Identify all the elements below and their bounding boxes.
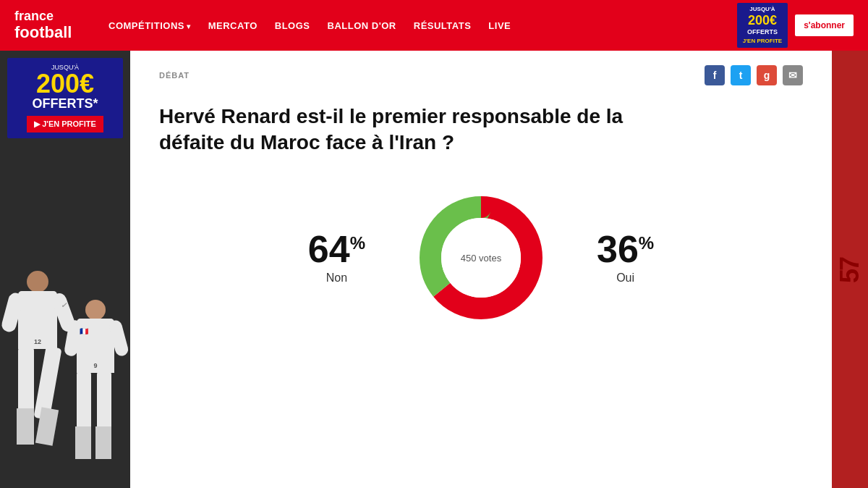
site-header: france football COMPÉTITIONS MERCATO BLO…: [0, 0, 868, 51]
sidebar-promo-banner[interactable]: JUSQU'À 200€ OFFERTS* ▶ J'EN PROFITE: [7, 58, 123, 138]
sidebar-cta-button[interactable]: ▶ J'EN PROFITE: [27, 116, 103, 132]
poll-area: 64% Non 450 votes: [159, 185, 803, 330]
section-label: DÉBAT: [159, 71, 190, 80]
nav-resultats[interactable]: RÉSULTATS: [414, 20, 472, 31]
main-layout: JUSQU'À 200€ OFFERTS* ▶ J'EN PROFITE 12: [0, 51, 868, 488]
promo-amount: 200€: [743, 13, 782, 29]
nav-ballon-dor[interactable]: BALLON D'OR: [328, 20, 396, 31]
site-logo[interactable]: france football: [14, 9, 87, 41]
vote-oui-label: Oui: [597, 272, 654, 285]
share-facebook-button[interactable]: f: [705, 65, 725, 85]
left-sidebar: JUSQU'À 200€ OFFERTS* ▶ J'EN PROFITE 12: [0, 51, 130, 488]
poll-votes-count: 450 votes: [461, 252, 501, 263]
nav-mercato[interactable]: MERCATO: [208, 20, 258, 31]
nav-blogs[interactable]: BLOGS: [275, 20, 310, 31]
player2-logo: 🇫🇷: [80, 327, 88, 335]
subscribe-button[interactable]: s'abonner: [795, 14, 854, 36]
sidebar-players-illustration: 12 ✓ 9: [0, 198, 130, 488]
vote-non-stat: 64% Non: [308, 230, 365, 285]
article-title: Hervé Renard est-il le premier responsab…: [159, 104, 665, 156]
logo-line1: france: [14, 9, 87, 24]
player2-head: [85, 300, 106, 320]
sidebar-amount: 200€: [13, 71, 117, 97]
player1-number: 12: [34, 338, 41, 345]
player2-number: 9: [93, 362, 97, 369]
share-googleplus-button[interactable]: g: [757, 65, 777, 85]
player-1-figure: 12 ✓: [4, 271, 72, 488]
content-area: DÉBAT f t g ✉ Hervé Renard est-il le pre…: [130, 51, 832, 488]
nav-live[interactable]: LIVE: [488, 20, 511, 31]
vote-oui-stat: 36% Oui: [597, 230, 654, 285]
header-promo-banner[interactable]: JUSQU'À 200€ OFFERTS J'EN PROFITE: [737, 3, 788, 48]
player-2-figure: 9 🇫🇷: [65, 300, 127, 488]
content-top-row: DÉBAT f t g ✉: [159, 65, 803, 96]
player1-sock-left: [17, 408, 34, 445]
player1-head: [27, 271, 48, 293]
main-nav: COMPÉTITIONS MERCATO BLOGS BALLON D'OR R…: [109, 20, 715, 31]
vote-non-percent: 64%: [308, 230, 365, 268]
promo-cta[interactable]: J'EN PROFITE: [743, 38, 782, 45]
sidebar-offerts: OFFERTS*: [13, 97, 117, 110]
player2-sock-left: [75, 426, 91, 459]
nav-competitions[interactable]: COMPÉTITIONS: [109, 20, 191, 31]
right-watermark-strip: 57: [832, 51, 868, 488]
promo-offerts: OFFERTS: [743, 28, 782, 36]
social-share-row: f t g ✉: [705, 65, 803, 85]
vote-non-label: Non: [308, 272, 365, 285]
watermark-text: 57: [835, 258, 865, 283]
poll-donut-chart: 450 votes: [409, 185, 553, 330]
player2-sock-right: [95, 426, 111, 459]
logo-line2: football: [14, 24, 87, 41]
promo-jusqu: JUSQU'À: [743, 6, 782, 13]
share-twitter-button[interactable]: t: [731, 65, 751, 85]
share-email-button[interactable]: ✉: [783, 65, 803, 85]
header-right: JUSQU'À 200€ OFFERTS J'EN PROFITE s'abon…: [737, 3, 854, 48]
vote-oui-percent: 36%: [597, 230, 654, 268]
